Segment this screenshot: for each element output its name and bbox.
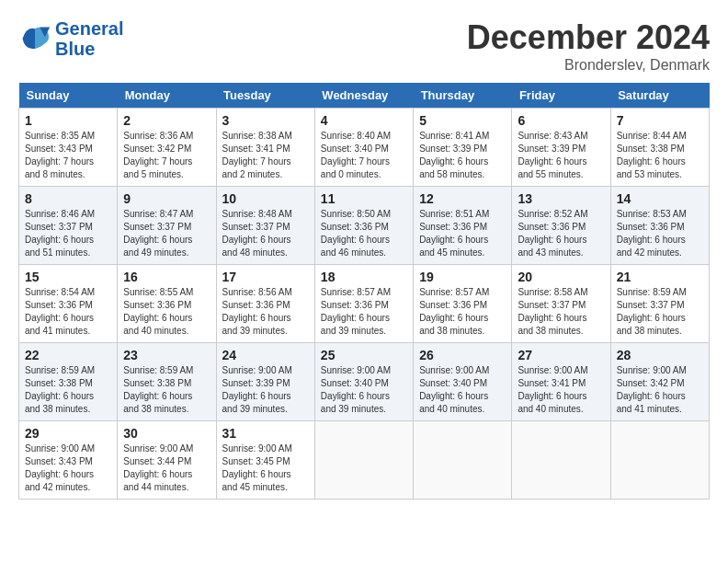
day-number: 9 — [123, 191, 210, 206]
day-detail: Sunrise: 9:00 AM Sunset: 3:44 PM Dayligh… — [123, 442, 210, 494]
calendar-cell: 25 Sunrise: 9:00 AM Sunset: 3:40 PM Dayl… — [314, 343, 413, 421]
logo: General Blue — [18, 18, 123, 59]
day-number: 29 — [25, 426, 111, 441]
calendar-week-row: 8 Sunrise: 8:46 AM Sunset: 3:37 PM Dayli… — [19, 187, 710, 265]
day-detail: Sunrise: 8:35 AM Sunset: 3:43 PM Dayligh… — [25, 130, 111, 181]
calendar-cell: 15 Sunrise: 8:54 AM Sunset: 3:36 PM Dayl… — [19, 265, 118, 343]
calendar-cell: 26 Sunrise: 9:00 AM Sunset: 3:40 PM Dayl… — [414, 343, 512, 421]
day-detail: Sunrise: 8:40 AM Sunset: 3:40 PM Dayligh… — [321, 130, 407, 181]
day-number: 2 — [123, 113, 210, 128]
day-detail: Sunrise: 8:51 AM Sunset: 3:36 PM Dayligh… — [419, 208, 506, 259]
calendar-cell: 27 Sunrise: 9:00 AM Sunset: 3:41 PM Dayl… — [512, 343, 610, 421]
day-detail: Sunrise: 8:41 AM Sunset: 3:39 PM Dayligh… — [419, 130, 506, 181]
day-detail: Sunrise: 8:46 AM Sunset: 3:37 PM Dayligh… — [25, 208, 111, 259]
day-number: 23 — [123, 348, 210, 362]
day-detail: Sunrise: 8:38 AM Sunset: 3:41 PM Dayligh… — [222, 130, 309, 181]
calendar-week-row: 1 Sunrise: 8:35 AM Sunset: 3:43 PM Dayli… — [19, 109, 710, 187]
calendar-cell: 4 Sunrise: 8:40 AM Sunset: 3:40 PM Dayli… — [314, 109, 413, 187]
day-number: 21 — [617, 270, 703, 284]
calendar-cell: 19 Sunrise: 8:57 AM Sunset: 3:36 PM Dayl… — [414, 265, 512, 343]
column-header-monday: Monday — [118, 83, 216, 109]
day-number: 6 — [518, 113, 604, 128]
calendar-cell: 14 Sunrise: 8:53 AM Sunset: 3:36 PM Dayl… — [610, 187, 709, 265]
column-header-wednesday: Wednesday — [314, 83, 413, 109]
calendar-week-row: 29 Sunrise: 9:00 AM Sunset: 3:43 PM Dayl… — [19, 421, 710, 500]
calendar-week-row: 15 Sunrise: 8:54 AM Sunset: 3:36 PM Dayl… — [19, 265, 710, 343]
day-detail: Sunrise: 9:00 AM Sunset: 3:39 PM Dayligh… — [222, 364, 309, 416]
calendar-cell: 13 Sunrise: 8:52 AM Sunset: 3:36 PM Dayl… — [512, 187, 610, 265]
calendar-cell: 9 Sunrise: 8:47 AM Sunset: 3:37 PM Dayli… — [118, 187, 216, 265]
calendar-cell: 2 Sunrise: 8:36 AM Sunset: 3:42 PM Dayli… — [118, 109, 216, 187]
calendar-cell — [512, 421, 610, 500]
day-detail: Sunrise: 8:50 AM Sunset: 3:36 PM Dayligh… — [321, 208, 407, 259]
day-detail: Sunrise: 8:59 AM Sunset: 3:37 PM Dayligh… — [617, 286, 703, 338]
calendar-cell: 24 Sunrise: 9:00 AM Sunset: 3:39 PM Dayl… — [216, 343, 314, 421]
day-number: 25 — [321, 348, 407, 362]
calendar-cell: 29 Sunrise: 9:00 AM Sunset: 3:43 PM Dayl… — [19, 421, 118, 500]
title-block: December 2024 Bronderslev, Denmark — [467, 18, 710, 74]
day-number: 19 — [419, 270, 506, 284]
logo-text: General Blue — [55, 18, 123, 59]
calendar-cell: 18 Sunrise: 8:57 AM Sunset: 3:36 PM Dayl… — [314, 265, 413, 343]
calendar-cell — [414, 421, 512, 500]
day-detail: Sunrise: 9:00 AM Sunset: 3:42 PM Dayligh… — [617, 364, 703, 416]
day-detail: Sunrise: 9:00 AM Sunset: 3:40 PM Dayligh… — [419, 364, 506, 416]
day-number: 22 — [25, 348, 111, 362]
calendar-cell: 10 Sunrise: 8:48 AM Sunset: 3:37 PM Dayl… — [216, 187, 314, 265]
location: Bronderslev, Denmark — [467, 57, 710, 74]
calendar-cell: 23 Sunrise: 8:59 AM Sunset: 3:38 PM Dayl… — [118, 343, 216, 421]
column-header-saturday: Saturday — [610, 83, 709, 109]
day-number: 11 — [321, 191, 407, 206]
day-detail: Sunrise: 8:53 AM Sunset: 3:36 PM Dayligh… — [617, 208, 703, 259]
month-title: December 2024 — [467, 18, 710, 57]
column-header-thursday: Thursday — [414, 83, 512, 109]
day-number: 3 — [222, 113, 309, 128]
day-number: 13 — [518, 191, 604, 206]
day-number: 16 — [123, 270, 210, 284]
day-detail: Sunrise: 8:57 AM Sunset: 3:36 PM Dayligh… — [321, 286, 407, 338]
day-number: 7 — [617, 113, 703, 128]
day-number: 5 — [419, 113, 506, 128]
day-number: 14 — [617, 191, 703, 206]
calendar-cell — [314, 421, 413, 500]
calendar-cell: 5 Sunrise: 8:41 AM Sunset: 3:39 PM Dayli… — [414, 109, 512, 187]
day-detail: Sunrise: 8:59 AM Sunset: 3:38 PM Dayligh… — [123, 364, 210, 416]
day-detail: Sunrise: 9:00 AM Sunset: 3:43 PM Dayligh… — [25, 442, 111, 494]
day-detail: Sunrise: 8:57 AM Sunset: 3:36 PM Dayligh… — [419, 286, 506, 338]
calendar-table: SundayMondayTuesdayWednesdayThursdayFrid… — [18, 83, 710, 500]
calendar-cell: 8 Sunrise: 8:46 AM Sunset: 3:37 PM Dayli… — [19, 187, 118, 265]
day-detail: Sunrise: 8:52 AM Sunset: 3:36 PM Dayligh… — [518, 208, 604, 259]
calendar-cell: 30 Sunrise: 9:00 AM Sunset: 3:44 PM Dayl… — [118, 421, 216, 500]
day-number: 18 — [321, 270, 407, 284]
day-detail: Sunrise: 9:00 AM Sunset: 3:41 PM Dayligh… — [518, 364, 604, 416]
day-number: 15 — [25, 270, 111, 284]
day-detail: Sunrise: 8:44 AM Sunset: 3:38 PM Dayligh… — [617, 130, 703, 181]
day-detail: Sunrise: 9:00 AM Sunset: 3:40 PM Dayligh… — [321, 364, 407, 416]
calendar-cell: 21 Sunrise: 8:59 AM Sunset: 3:37 PM Dayl… — [610, 265, 709, 343]
calendar-cell: 28 Sunrise: 9:00 AM Sunset: 3:42 PM Dayl… — [610, 343, 709, 421]
day-number: 30 — [123, 426, 210, 441]
column-header-friday: Friday — [512, 83, 610, 109]
day-number: 20 — [518, 270, 604, 284]
calendar-cell — [610, 421, 709, 500]
day-number: 17 — [222, 270, 309, 284]
column-header-sunday: Sunday — [19, 83, 118, 109]
day-detail: Sunrise: 8:56 AM Sunset: 3:36 PM Dayligh… — [222, 286, 309, 338]
day-number: 4 — [321, 113, 407, 128]
day-detail: Sunrise: 8:36 AM Sunset: 3:42 PM Dayligh… — [123, 130, 210, 181]
day-detail: Sunrise: 9:00 AM Sunset: 3:45 PM Dayligh… — [222, 442, 309, 494]
day-number: 28 — [617, 348, 703, 362]
day-number: 8 — [25, 191, 111, 206]
day-detail: Sunrise: 8:48 AM Sunset: 3:37 PM Dayligh… — [222, 208, 309, 259]
day-detail: Sunrise: 8:54 AM Sunset: 3:36 PM Dayligh… — [25, 286, 111, 338]
calendar-cell: 12 Sunrise: 8:51 AM Sunset: 3:36 PM Dayl… — [414, 187, 512, 265]
day-number: 26 — [419, 348, 506, 362]
day-detail: Sunrise: 8:58 AM Sunset: 3:37 PM Dayligh… — [518, 286, 604, 338]
day-number: 12 — [419, 191, 506, 206]
column-header-tuesday: Tuesday — [216, 83, 314, 109]
calendar-week-row: 22 Sunrise: 8:59 AM Sunset: 3:38 PM Dayl… — [19, 343, 710, 421]
day-number: 24 — [222, 348, 309, 362]
calendar-cell: 16 Sunrise: 8:55 AM Sunset: 3:36 PM Dayl… — [118, 265, 216, 343]
day-detail: Sunrise: 8:43 AM Sunset: 3:39 PM Dayligh… — [518, 130, 604, 181]
day-number: 10 — [222, 191, 309, 206]
